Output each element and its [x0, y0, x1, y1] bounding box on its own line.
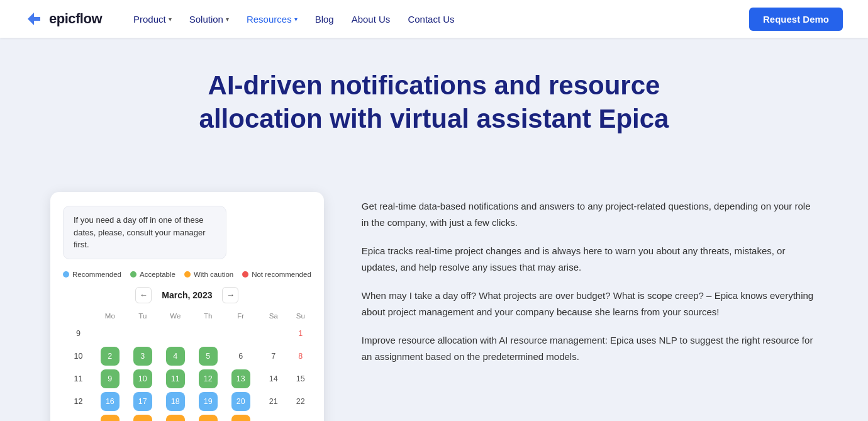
next-month-button[interactable]: → [222, 287, 238, 303]
week-num-3: 12 [63, 390, 94, 413]
nav-resources[interactable]: Resources ▾ [240, 10, 304, 28]
cal-day-1-4: 6 [225, 345, 257, 368]
right-paragraph-3: Improve resource allocation with AI reso… [362, 332, 818, 364]
week-num-0: 9 [63, 322, 94, 345]
cal-day-2-3: 12 [192, 368, 225, 390]
cal-day-0-2 [159, 322, 192, 345]
cal-day-2-5: 14 [257, 368, 290, 390]
weekday-tu: Tu [126, 310, 159, 322]
cal-day-2-4: 13 [225, 368, 257, 390]
cal-day-1-0: 2 [94, 345, 126, 368]
week-num-1: 10 [63, 345, 94, 368]
cal-day-1-3: 5 [192, 345, 225, 368]
cal-day-3-6: 22 [290, 390, 311, 413]
solution-chevron-icon: ▾ [226, 16, 229, 23]
cal-day-2-1: 10 [126, 368, 159, 390]
calendar-grid: Mo Tu We Th Fr Sa Su 9110234567811910111… [63, 310, 311, 422]
cal-day-3-0: 16 [94, 390, 126, 413]
right-paragraph-1: Epica tracks real-time project changes a… [362, 243, 818, 275]
cal-day-4-2: 25 [159, 413, 192, 422]
nav-product[interactable]: Product ▾ [127, 10, 178, 28]
main-content: If you need a day off in one of these da… [0, 192, 868, 421]
logo-text: epicflow [49, 11, 102, 27]
chat-bubble: If you need a day off in one of these da… [63, 206, 226, 259]
navbar: epicflow Product ▾ Solution ▾ Resources … [0, 0, 868, 38]
logo[interactable]: epicflow [25, 9, 102, 28]
cal-day-4-1: 24 [126, 413, 159, 422]
cal-day-3-4: 20 [225, 390, 257, 413]
nav-links: Product ▾ Solution ▾ Resources ▾ Blog Ab… [127, 10, 749, 28]
calendar-month-label: March, 2023 [162, 290, 212, 300]
cal-day-4-0: 23 [94, 413, 126, 422]
week-num-header [63, 310, 94, 322]
hero-title: AI-driven notifications and resource all… [182, 69, 686, 135]
nav-contact-us[interactable]: Contact Us [401, 10, 460, 28]
nav-about-us[interactable]: About Us [345, 10, 397, 28]
legend-caution: With caution [184, 271, 233, 278]
cal-day-0-4 [225, 322, 257, 345]
calendar-nav: ← March, 2023 → [63, 287, 311, 303]
request-demo-button[interactable]: Request Demo [749, 8, 843, 31]
legend-not-recommended: Not recommended [242, 271, 311, 278]
legend-acceptable: Acceptable [130, 271, 175, 278]
not-recommended-dot [242, 271, 248, 278]
cal-day-2-2: 11 [159, 368, 192, 390]
cal-day-3-3: 19 [192, 390, 225, 413]
cal-day-1-5: 7 [257, 345, 290, 368]
cal-day-0-1 [126, 322, 159, 345]
weekday-su: Su [290, 310, 311, 322]
legend-recommended: Recommended [63, 271, 121, 278]
hero-section: AI-driven notifications and resource all… [0, 38, 868, 192]
cal-day-2-6: 15 [290, 368, 311, 390]
week-num-4: 13 [63, 413, 94, 422]
right-paragraph-2: When may I take a day off? What projects… [362, 288, 818, 320]
nav-cta: Request Demo [749, 8, 843, 31]
cal-day-3-2: 18 [159, 390, 192, 413]
right-paragraph-0: Get real-time data-based notifications a… [362, 198, 818, 230]
calendar-widget: If you need a day off in one of these da… [50, 192, 324, 421]
nav-blog[interactable]: Blog [309, 10, 340, 28]
cal-day-0-3 [192, 322, 225, 345]
calendar-legend: Recommended Acceptable With caution Not … [63, 271, 311, 278]
recommended-dot [63, 271, 69, 278]
week-num-2: 11 [63, 368, 94, 390]
product-chevron-icon: ▾ [169, 16, 172, 23]
svg-marker-0 [28, 13, 40, 25]
cal-day-2-0: 9 [94, 368, 126, 390]
nav-solution[interactable]: Solution ▾ [183, 10, 235, 28]
cal-day-0-0 [94, 322, 126, 345]
weekday-sa: Sa [257, 310, 290, 322]
resources-chevron-icon: ▾ [294, 16, 298, 23]
cal-day-0-5 [257, 322, 290, 345]
cal-day-1-6: 8 [290, 345, 311, 368]
weekday-mo: Mo [94, 310, 126, 322]
caution-dot [184, 271, 191, 278]
logo-icon [25, 9, 44, 28]
weekday-we: We [159, 310, 192, 322]
prev-month-button[interactable]: ← [135, 287, 152, 303]
cal-day-0-6: 1 [290, 322, 311, 345]
cal-day-3-5: 21 [257, 390, 290, 413]
right-text-section: Get real-time data-based notifications a… [362, 192, 818, 364]
cal-day-1-1: 3 [126, 345, 159, 368]
cal-day-4-3: 26 [192, 413, 225, 422]
cal-day-4-5: 28 [257, 413, 290, 422]
cal-day-1-2: 4 [159, 345, 192, 368]
cal-day-3-1: 17 [126, 390, 159, 413]
weekday-fr: Fr [225, 310, 257, 322]
weekday-th: Th [192, 310, 225, 322]
acceptable-dot [130, 271, 136, 278]
cal-day-4-6: 29 [290, 413, 311, 422]
cal-day-4-4: 27 [225, 413, 257, 422]
